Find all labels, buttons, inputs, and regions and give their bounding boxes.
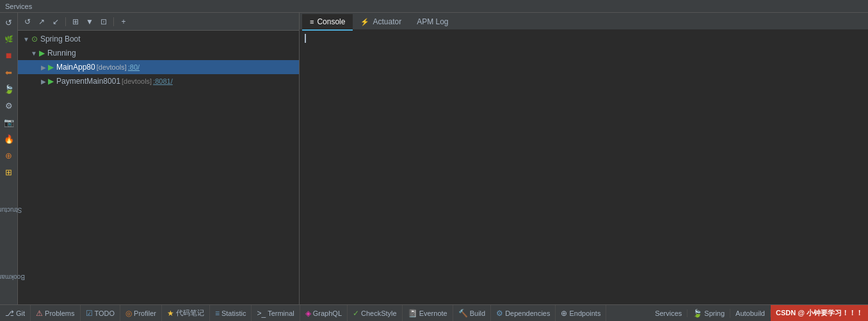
springboot-label: Spring Boot xyxy=(40,35,81,43)
spring-label: Spring xyxy=(704,309,725,317)
paymentmain-icon: ▶ xyxy=(48,77,54,86)
bottom-spring[interactable]: 🍃 Spring xyxy=(687,309,730,318)
service-tree: ▼ ⊙ Spring Boot ▼ ▶ Running ▶ ▶ MainApp8… xyxy=(18,31,299,304)
tree-item-springboot[interactable]: ▼ ⊙ Spring Boot xyxy=(18,32,299,46)
git-icon: ⎇ xyxy=(5,309,14,318)
left-icon-arrow[interactable]: ⬅ xyxy=(2,65,16,79)
bottom-dependencies[interactable]: ⚙ Dependencies xyxy=(491,305,556,321)
title-bar: Services xyxy=(0,0,868,13)
bottom-bar: ⎇ Git ⚠ Problems ☑ TODO ◎ Profiler ★ 代码笔… xyxy=(0,304,868,321)
left-icon-spring[interactable]: 🌿 xyxy=(2,32,16,46)
toolbar-settings-icon[interactable]: ⊡ xyxy=(98,16,109,27)
tree-item-mainapp80[interactable]: ▶ ▶ MainApp80 [devtools] :80/ xyxy=(18,60,299,74)
bottom-terminal[interactable]: >_ Terminal xyxy=(252,305,300,321)
bottom-build[interactable]: 🔨 Build xyxy=(453,305,491,321)
mainapp80-label: MainApp80 xyxy=(56,63,95,72)
paymentmain-devtools: [devtools] xyxy=(122,77,152,85)
bottom-evernote[interactable]: 📓 Evernote xyxy=(403,305,453,321)
running-label: Running xyxy=(47,49,76,58)
evernote-label: Evernote xyxy=(419,309,447,317)
bottom-graphql[interactable]: ◈ GraphQL xyxy=(300,305,348,321)
left-icon-grid[interactable]: ⊞ xyxy=(2,165,16,179)
endpoints-icon: ⊕ xyxy=(561,309,567,318)
statistic-label: Statistic xyxy=(221,309,246,317)
services-panel: ↺ ↗ ↙ ⊞ ▼ ⊡ + ▼ ⊙ Spring Boot ▼ ▶ Runnin… xyxy=(18,13,300,304)
bottom-autobuild[interactable]: Autobuild xyxy=(730,309,771,317)
build-icon: 🔨 xyxy=(458,309,468,318)
graphql-icon: ◈ xyxy=(305,309,311,318)
bottom-endpoints[interactable]: ⊕ Endpoints xyxy=(556,305,606,321)
tab-bar: ≡ Console ⚡ Actuator APM Log xyxy=(300,13,868,31)
todo-icon: ☑ xyxy=(86,309,93,318)
csdn-text: CSDN @ 小钟要学习！！！ xyxy=(776,308,863,318)
tree-item-paymentmain8001[interactable]: ▶ ▶ PaymentMain8001 [devtools] :8081/ xyxy=(18,74,299,88)
toolbar-collapse-icon[interactable]: ↙ xyxy=(50,16,61,27)
git-label: Git xyxy=(16,309,25,317)
checkstyle-label: CheckStyle xyxy=(361,309,397,317)
bottom-notes[interactable]: ★ 代码笔记 xyxy=(162,305,210,321)
csdn-badge: CSDN @ 小钟要学习！！！ xyxy=(771,305,868,322)
main-area: ↺ 🌿 ■ ⬅ 🍃 ⚙ 📷 🔥 ⊕ ⊞ Structure Bookmarks … xyxy=(0,13,868,304)
mainapp80-icon: ▶ xyxy=(48,63,54,72)
paymentmain-arrow: ▶ xyxy=(41,78,46,85)
left-icon-leaf[interactable]: 🍃 xyxy=(2,82,16,96)
left-icon-plus-circle[interactable]: ⊕ xyxy=(2,148,16,162)
paymentmain-label: PaymentMain8001 xyxy=(56,77,120,86)
profiler-label: Profiler xyxy=(134,309,156,317)
mainapp80-arrow: ▶ xyxy=(41,64,46,71)
tab-actuator-label: Actuator xyxy=(373,17,401,26)
tab-apmlog-label: APM Log xyxy=(417,17,448,26)
graphql-label: GraphQL xyxy=(313,309,342,317)
springboot-icon: ⊙ xyxy=(31,35,38,43)
todo-label: TODO xyxy=(95,309,115,317)
tab-apmlog[interactable]: APM Log xyxy=(409,14,456,31)
terminal-label: Terminal xyxy=(268,309,294,317)
dependencies-label: Dependencies xyxy=(505,309,550,317)
running-icon: ▶ xyxy=(39,49,45,58)
bottom-checkstyle[interactable]: ✓ CheckStyle xyxy=(348,305,403,321)
panel-toolbar: ↺ ↗ ↙ ⊞ ▼ ⊡ + xyxy=(18,13,299,31)
bottom-git[interactable]: ⎇ Git xyxy=(0,305,31,321)
left-icon-refresh[interactable]: ↺ xyxy=(2,15,16,29)
left-sidebar: ↺ 🌿 ■ ⬅ 🍃 ⚙ 📷 🔥 ⊕ ⊞ Structure Bookmarks … xyxy=(0,13,18,304)
toolbar-expand-icon[interactable]: ↗ xyxy=(36,16,47,27)
left-icon-flame[interactable]: 🔥 xyxy=(2,132,16,146)
notes-label: 代码笔记 xyxy=(176,308,204,318)
tab-actuator[interactable]: ⚡ Actuator xyxy=(353,14,409,31)
toolbar-filter-icon[interactable]: ▼ xyxy=(84,16,95,27)
toolbar-refresh-icon[interactable]: ↺ xyxy=(22,16,33,27)
mainapp80-port[interactable]: :80/ xyxy=(128,63,140,71)
toolbar-sep-1 xyxy=(65,17,66,26)
bottom-statistic[interactable]: ≡ Statistic xyxy=(210,305,252,321)
autobuild-label: Autobuild xyxy=(735,309,765,317)
build-label: Build xyxy=(470,309,485,317)
deps-icon: ⚙ xyxy=(496,309,503,318)
left-icon-gear[interactable]: ⚙ xyxy=(2,98,16,113)
checkstyle-icon: ✓ xyxy=(353,309,359,318)
console-icon: ≡ xyxy=(310,18,314,26)
left-icon-camera[interactable]: 📷 xyxy=(2,115,16,129)
profiler-icon: ◎ xyxy=(125,309,132,318)
console-area[interactable] xyxy=(300,31,868,304)
console-cursor xyxy=(305,34,306,43)
toolbar-sep-2 xyxy=(113,17,114,26)
bookmarks-vertical-label[interactable]: Bookmarks xyxy=(0,274,28,281)
structure-vertical-label[interactable]: Structure xyxy=(0,207,24,214)
bottom-profiler[interactable]: ◎ Profiler xyxy=(120,305,162,321)
problems-label: Problems xyxy=(45,309,74,317)
left-icon-red[interactable]: ■ xyxy=(2,49,16,63)
tree-item-running[interactable]: ▼ ▶ Running xyxy=(18,46,299,60)
paymentmain-port[interactable]: :8081/ xyxy=(153,77,173,85)
bottom-todo[interactable]: ☑ TODO xyxy=(81,305,121,321)
notes-icon: ★ xyxy=(167,309,174,318)
title-label: Services xyxy=(5,3,32,10)
running-arrow: ▼ xyxy=(31,50,37,57)
tab-console[interactable]: ≡ Console xyxy=(302,14,353,31)
terminal-icon: >_ xyxy=(257,309,266,318)
bottom-problems[interactable]: ⚠ Problems xyxy=(31,305,80,321)
bottom-services[interactable]: Services xyxy=(650,309,687,317)
toolbar-grid-icon[interactable]: ⊞ xyxy=(70,16,81,27)
toolbar-add-icon[interactable]: + xyxy=(118,16,129,27)
statistic-icon: ≡ xyxy=(215,309,220,318)
right-panel: ≡ Console ⚡ Actuator APM Log xyxy=(300,13,868,304)
